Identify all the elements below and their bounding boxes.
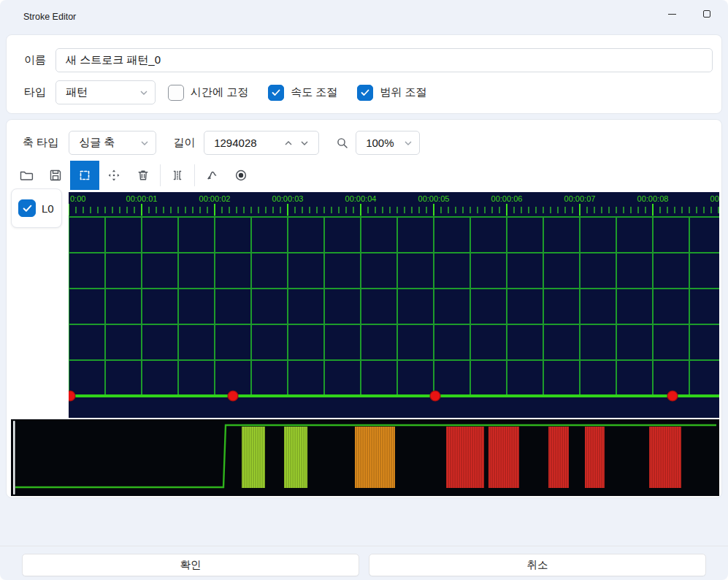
delete-button[interactable] (129, 161, 158, 190)
move-tool-button[interactable] (99, 161, 129, 190)
move-icon (107, 168, 121, 183)
chevron-up-icon (285, 141, 292, 145)
window-title: Stroke Editor (23, 12, 76, 22)
checkbox-range-adjust[interactable]: 범위 조절 (357, 85, 426, 101)
editor-card: 축 타입 싱글 축 길이 1294028 100% (6, 119, 722, 498)
type-label: 타입 (24, 85, 55, 99)
range-adjust-checkbox[interactable] (357, 85, 373, 101)
name-label: 이름 (24, 53, 55, 67)
timeline-grid-area[interactable]: 0:0000:00:0100:00:0200:00:0300:00:0400:0… (69, 192, 719, 418)
svg-text:00:00:08: 00:00:08 (637, 194, 669, 203)
snap-icon (170, 168, 185, 183)
toolbar-separator (194, 164, 195, 186)
fix-time-checkbox[interactable] (168, 85, 184, 101)
svg-text:00:00:07: 00:00:07 (564, 194, 596, 203)
name-input[interactable] (55, 48, 713, 72)
zoom-value: 100% (366, 137, 394, 149)
type-select-value: 패턴 (66, 85, 88, 99)
footer-buttons: 확인 취소 (22, 554, 706, 576)
pattern-form-card: 이름 타입 패턴 시간에 고정 속도 조절 (6, 34, 722, 114)
trash-icon (136, 168, 150, 183)
waveform-overview-area[interactable] (11, 419, 719, 496)
layer-l0-card: L0 (11, 188, 62, 228)
snap-tool-button[interactable] (163, 161, 192, 190)
folder-open-icon (19, 168, 34, 183)
save-icon (48, 168, 63, 183)
cancel-button[interactable]: 취소 (369, 554, 706, 576)
length-value: 1294028 (214, 137, 280, 149)
svg-text:00:00:06: 00:00:06 (491, 194, 523, 203)
ok-button[interactable]: 확인 (22, 554, 359, 576)
chevron-down-icon (405, 141, 412, 145)
length-increment-button[interactable] (280, 140, 296, 147)
check-icon (361, 89, 369, 96)
length-decrement-button[interactable] (296, 140, 313, 147)
footer-divider (0, 546, 728, 546)
save-button[interactable] (41, 161, 70, 190)
svg-text:00:00:04: 00:00:04 (345, 194, 377, 203)
svg-text:00:00:02: 00:00:02 (199, 194, 231, 203)
chevron-down-icon (301, 141, 308, 145)
zoom-search-icon (336, 137, 349, 150)
zoom-select[interactable]: 100% (356, 131, 420, 155)
checkbox-speed-adjust[interactable]: 속도 조절 (268, 85, 337, 101)
minimize-button[interactable] (661, 4, 683, 23)
stroke-editor-window: Stroke Editor 이름 타입 패턴 시간에 고정 (0, 0, 728, 580)
range-adjust-label: 범위 조절 (380, 85, 426, 99)
window-controls (661, 4, 718, 23)
svg-text:00:00:03: 00:00:03 (272, 194, 304, 203)
svg-text:00:00:09: 00:00:09 (710, 194, 719, 203)
editor-toolbar (12, 161, 256, 190)
speed-adjust-checkbox[interactable] (268, 85, 284, 101)
fix-time-label: 시간에 고정 (191, 85, 248, 99)
type-select[interactable]: 패턴 (55, 80, 156, 104)
record-icon (234, 168, 248, 183)
chevron-down-icon (141, 141, 148, 145)
layer-l0-label: L0 (42, 202, 54, 215)
svg-text:0:00: 0:00 (70, 194, 85, 203)
waveform-overview-canvas[interactable] (11, 419, 719, 496)
chevron-down-icon (140, 91, 147, 95)
timeline-grid-canvas[interactable]: 0:0000:00:0100:00:0200:00:0300:00:0400:0… (69, 192, 719, 418)
titlebar: Stroke Editor (0, 0, 728, 26)
length-label: 길이 (173, 136, 195, 150)
layer-l0-checkbox[interactable] (18, 199, 36, 217)
svg-text:00:00:05: 00:00:05 (418, 194, 450, 203)
check-icon (23, 205, 32, 213)
toolbar-separator (160, 164, 161, 186)
speed-adjust-label: 속도 조절 (291, 85, 337, 99)
maximize-icon (703, 10, 710, 18)
record-button[interactable] (226, 161, 256, 190)
select-tool-button[interactable] (70, 161, 99, 190)
axis-type-label: 축 타입 (23, 136, 58, 150)
check-icon (272, 89, 280, 96)
select-rect-icon (77, 168, 92, 183)
axis-type-value: 싱글 축 (79, 136, 115, 150)
svg-text:00:00:01: 00:00:01 (126, 194, 158, 203)
spline-tool-button[interactable] (197, 161, 226, 190)
length-input[interactable]: 1294028 (204, 131, 319, 155)
minimize-icon (668, 14, 676, 15)
checkbox-fix-time[interactable]: 시간에 고정 (168, 85, 248, 101)
axis-type-select[interactable]: 싱글 축 (69, 131, 156, 155)
open-file-button[interactable] (12, 161, 41, 190)
spline-icon (204, 168, 219, 183)
maximize-button[interactable] (696, 4, 718, 23)
